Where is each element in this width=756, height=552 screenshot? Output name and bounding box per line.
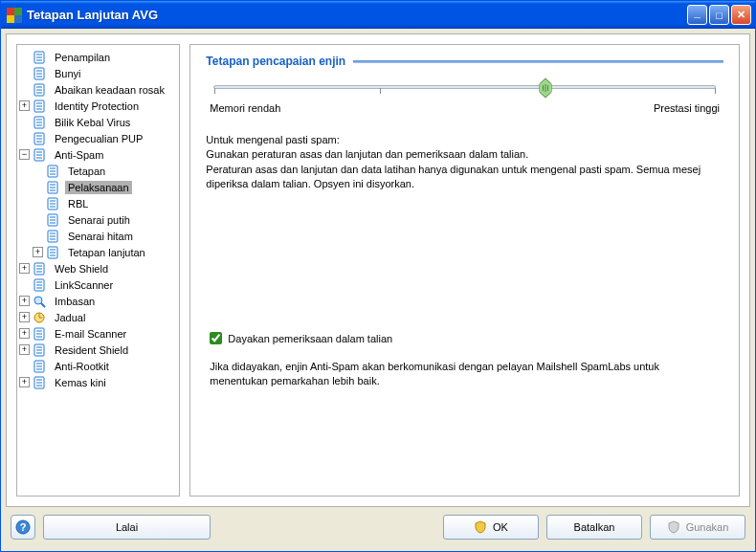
expand-icon[interactable]: +	[19, 328, 30, 339]
section-title: Tetapan pencapaian enjin	[206, 55, 345, 68]
collapse-icon[interactable]: −	[19, 149, 30, 160]
tree-item-identity[interactable]: +Identity Protection	[17, 98, 179, 114]
performance-slider[interactable]	[213, 85, 716, 89]
online-check-row[interactable]: Dayakan pemeriksaan dalam talian	[210, 332, 720, 344]
tree-item-email[interactable]: +E-mail Scanner	[17, 325, 179, 342]
footer: ? Lalai OK Batalkan Gunakan	[1, 509, 755, 551]
svg-line-65	[41, 303, 45, 307]
svg-point-64	[34, 297, 42, 304]
cancel-button[interactable]: Batalkan	[546, 515, 642, 540]
tree-item-bilik[interactable]: Bilik Kebal Virus	[17, 114, 179, 130]
help-button[interactable]: ?	[11, 515, 35, 540]
tree-item-pelaksanaan[interactable]: Pelaksanaan	[17, 179, 179, 195]
tree-item-rbl[interactable]: RBL	[17, 195, 179, 211]
window-buttons	[687, 5, 751, 25]
svg-rect-3	[14, 15, 22, 23]
titlebar: Tetapan Lanjutan AVG	[1, 1, 755, 29]
minimize-button[interactable]	[687, 5, 707, 25]
expand-icon[interactable]: +	[19, 344, 30, 355]
content-panel: Tetapan pencapaian enjin	[189, 44, 740, 497]
slider-label-low: Memori rendah	[210, 102, 280, 114]
ok-button[interactable]: OK	[443, 515, 539, 540]
tree-item-tetapan-lanjutan[interactable]: +Tetapan lanjutan	[17, 244, 179, 260]
tree-item-pengecualian[interactable]: Pengecualian PUP	[17, 130, 179, 146]
tree-item-penampilan[interactable]: Penampilan	[17, 49, 179, 65]
description-text: Untuk mengenal pasti spam: Gunakan perat…	[206, 133, 723, 192]
maximize-button[interactable]	[709, 5, 729, 25]
shield-icon	[667, 520, 680, 534]
app-icon	[7, 8, 22, 23]
close-button[interactable]	[731, 5, 751, 25]
tree-item-antirootkit[interactable]: Anti-Rootkit	[17, 358, 179, 374]
section-header: Tetapan pencapaian enjin	[206, 55, 723, 68]
svg-rect-2	[7, 15, 14, 23]
tree-item-antispam[interactable]: −Anti-Spam	[17, 146, 179, 163]
slider-labels: Memori rendah Prestasi tinggi	[210, 102, 720, 114]
tree-item-imbasan[interactable]: +Imbasan	[17, 293, 179, 309]
tree-item-senarai-putih[interactable]: Senarai putih	[17, 211, 179, 228]
online-check-checkbox[interactable]	[210, 332, 222, 344]
expand-icon[interactable]: +	[19, 312, 30, 322]
client-area: Penampilan Bunyi Abaikan keadaan rosak +…	[6, 33, 750, 507]
section-divider	[353, 60, 723, 63]
help-icon: ?	[15, 519, 31, 535]
default-button[interactable]: Lalai	[43, 515, 211, 540]
tree-item-linkscanner[interactable]: LinkScanner	[17, 276, 179, 293]
online-check-description: Jika didayakan, enjin Anti-Spam akan ber…	[210, 360, 720, 389]
expand-icon[interactable]: +	[19, 263, 30, 274]
expand-icon[interactable]: +	[19, 377, 30, 387]
online-check-label: Dayakan pemeriksaan dalam talian	[228, 333, 392, 344]
expand-icon[interactable]: +	[19, 100, 30, 111]
tree-item-jadual[interactable]: +Jadual	[17, 309, 179, 325]
apply-button[interactable]: Gunakan	[650, 515, 745, 540]
svg-text:?: ?	[20, 521, 27, 533]
magnifier-icon	[33, 295, 48, 308]
window: Tetapan Lanjutan AVG Penampilan Bunyi Ab…	[0, 0, 756, 552]
slider-track	[213, 85, 716, 89]
tree-item-tetapan[interactable]: Tetapan	[17, 163, 179, 179]
tree-item-resident[interactable]: +Resident Shield	[17, 342, 179, 358]
expand-icon[interactable]: +	[19, 296, 30, 306]
slider-label-high: Prestasi tinggi	[654, 102, 720, 114]
svg-rect-0	[7, 8, 14, 15]
expand-icon[interactable]: +	[33, 247, 43, 257]
tree-item-abaikan[interactable]: Abaikan keadaan rosak	[17, 81, 179, 98]
shield-icon	[474, 520, 487, 534]
slider-thumb[interactable]	[539, 78, 551, 98]
window-title: Tetapan Lanjutan AVG	[27, 8, 687, 22]
tree-item-kemas[interactable]: +Kemas kini	[17, 374, 179, 390]
svg-rect-1	[14, 8, 22, 15]
tree-item-bunyi[interactable]: Bunyi	[17, 65, 179, 81]
settings-tree[interactable]: Penampilan Bunyi Abaikan keadaan rosak +…	[16, 44, 180, 497]
clock-icon	[33, 311, 48, 324]
tree-item-webshield[interactable]: +Web Shield	[17, 260, 179, 276]
tree-item-senarai-hitam[interactable]: Senarai hitam	[17, 228, 179, 244]
